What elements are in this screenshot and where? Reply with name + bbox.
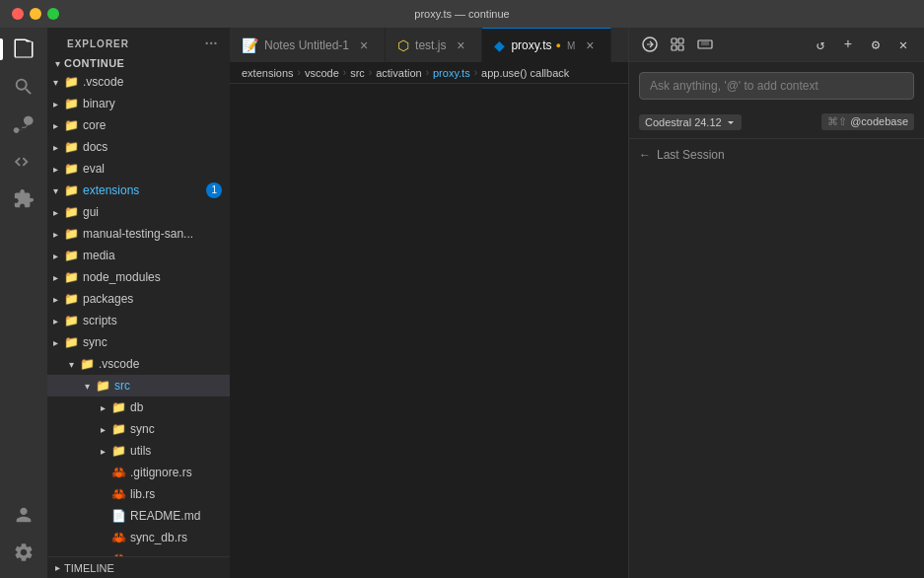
- file-tree: ▾📁.vscode▸📁binary▸📁core▸📁docs▸📁eval▾📁ext…: [47, 71, 230, 556]
- ai-chat-input[interactable]: [639, 72, 914, 100]
- proxyts-tab-modified: M: [567, 40, 575, 51]
- ai-icon-3[interactable]: [694, 34, 716, 55]
- ai-settings-icon[interactable]: ⚙: [865, 34, 887, 55]
- continue-section-header[interactable]: ▾ CONTINUE: [47, 55, 230, 71]
- ai-panel: ↺ + ⚙ ✕ Codestral 24.12 ⌘⇧ @codebase ← L…: [628, 28, 924, 578]
- timeline-label: TIMELINE: [64, 562, 114, 574]
- svg-rect-3: [672, 45, 676, 50]
- tree-item-docs[interactable]: ▸📁docs: [47, 136, 230, 158]
- tree-item-packages[interactable]: ▸📁packages: [47, 288, 230, 310]
- proxyts-tab-close[interactable]: ×: [581, 36, 599, 54]
- minimize-button[interactable]: [30, 8, 41, 20]
- extensions-activity-icon[interactable]: [6, 181, 41, 217]
- tree-item-sync[interactable]: ▸📁sync: [47, 418, 230, 440]
- bc-callback[interactable]: app.use() callback: [481, 67, 569, 79]
- ai-model-bar: Codestral 24.12 ⌘⇧ @codebase: [629, 109, 924, 138]
- ai-panel-header: ↺ + ⚙ ✕: [629, 28, 924, 62]
- sidebar-menu-icon[interactable]: ···: [205, 36, 218, 51]
- tree-item-src[interactable]: ▾📁src: [47, 375, 230, 397]
- ai-icon-2[interactable]: [667, 34, 688, 55]
- tree-item-sync[interactable]: ▸📁sync: [47, 331, 230, 353]
- tree-item-db[interactable]: ▸📁db: [47, 397, 230, 418]
- ai-header-left-icons: [639, 34, 716, 55]
- timeline-section[interactable]: ▸ TIMELINE: [47, 556, 230, 578]
- close-button[interactable]: [12, 8, 24, 20]
- bc-extensions[interactable]: extensions: [242, 67, 294, 79]
- tree-item--vscode[interactable]: ▾📁.vscode: [47, 71, 230, 93]
- last-session-label: Last Session: [657, 148, 725, 162]
- last-session-item[interactable]: ← Last Session: [639, 145, 914, 165]
- search-activity-icon[interactable]: [6, 69, 41, 105]
- ai-input-area: [629, 62, 924, 109]
- bc-activation[interactable]: activation: [376, 67, 421, 79]
- tree-item-eval[interactable]: ▸📁eval: [47, 158, 230, 180]
- ai-session-section: ← Last Session: [629, 138, 924, 171]
- sidebar-header: EXPLORER ···: [47, 28, 230, 55]
- tree-item-core[interactable]: ▸📁core: [47, 114, 230, 136]
- tab-proxyts[interactable]: ◆ proxy.ts ● M ×: [482, 28, 611, 62]
- bc-src[interactable]: src: [350, 67, 365, 79]
- traffic-lights: [12, 8, 59, 20]
- testjs-tab-icon: ⬡: [397, 37, 409, 53]
- ai-icon-1[interactable]: [639, 34, 661, 55]
- bc-vscode[interactable]: vscode: [305, 67, 339, 79]
- notes-tab-close[interactable]: ×: [355, 36, 373, 54]
- model-selector[interactable]: Codestral 24.12: [639, 114, 742, 130]
- bc-proxyts[interactable]: proxy.ts: [433, 67, 470, 79]
- code-content[interactable]: [271, 84, 628, 578]
- tree-item-manual-testing-san---[interactable]: ▸📁manual-testing-san...: [47, 223, 230, 245]
- explorer-activity-icon[interactable]: [6, 32, 41, 67]
- ai-close-icon[interactable]: ✕: [892, 34, 914, 55]
- testjs-tab-label: test.js: [415, 38, 446, 52]
- window-title: proxy.ts — continue: [414, 8, 509, 20]
- proxyts-tab-label: proxy.ts: [511, 38, 551, 52]
- settings-activity-icon[interactable]: [6, 535, 41, 570]
- svg-rect-4: [678, 45, 683, 50]
- accounts-activity-icon[interactable]: [6, 497, 41, 533]
- editor-area: 📝 Notes Untitled-1 × ⬡ test.js × ◆ proxy…: [230, 28, 628, 578]
- activity-bar: [0, 28, 47, 578]
- notes-tab-icon: 📝: [242, 37, 258, 53]
- tree-item-media[interactable]: ▸📁media: [47, 245, 230, 266]
- line-numbers: [230, 84, 271, 578]
- ai-header-right-icons: ↺ + ⚙ ✕: [810, 34, 914, 55]
- tab-modified-dot: ●: [556, 40, 561, 50]
- tree-item-sync-rs[interactable]: 🦀sync.rs: [47, 548, 230, 556]
- breadcrumb: extensions › vscode › src › activation ›…: [230, 62, 628, 84]
- tree-item-utils[interactable]: ▸📁utils: [47, 440, 230, 462]
- tree-item--gitignore-rs[interactable]: 🦀.gitignore.rs: [47, 462, 230, 483]
- run-activity-icon[interactable]: [6, 144, 41, 180]
- sidebar-title: EXPLORER: [67, 38, 129, 49]
- tree-item-binary[interactable]: ▸📁binary: [47, 93, 230, 114]
- testjs-tab-close[interactable]: ×: [452, 36, 469, 54]
- ai-history-icon[interactable]: ↺: [810, 34, 831, 55]
- ai-new-icon[interactable]: +: [837, 34, 859, 55]
- proxyts-tab-icon: ◆: [494, 37, 505, 53]
- editor-tabs: 📝 Notes Untitled-1 × ⬡ test.js × ◆ proxy…: [230, 28, 628, 62]
- notes-tab-label: Notes Untitled-1: [264, 38, 349, 52]
- continue-label: CONTINUE: [64, 57, 124, 69]
- tree-item-scripts[interactable]: ▸📁scripts: [47, 310, 230, 331]
- titlebar: proxy.ts — continue: [0, 0, 924, 28]
- tree-item-README-md[interactable]: 📄README.md: [47, 505, 230, 527]
- tree-item-lib-rs[interactable]: 🦀lib.rs: [47, 483, 230, 505]
- tab-notes[interactable]: 📝 Notes Untitled-1 ×: [230, 28, 386, 62]
- back-arrow-icon: ←: [639, 148, 651, 162]
- sidebar: EXPLORER ··· ▾ CONTINUE ▾📁.vscode▸📁binar…: [47, 28, 230, 578]
- tree-item-sync-db-rs[interactable]: 🦀sync_db.rs: [47, 527, 230, 548]
- tree-item-node-modules[interactable]: ▸📁node_modules: [47, 266, 230, 288]
- svg-rect-1: [672, 38, 676, 43]
- maximize-button[interactable]: [47, 8, 59, 20]
- source-control-activity-icon[interactable]: [6, 107, 41, 142]
- tree-item--vscode[interactable]: ▾📁.vscode: [47, 353, 230, 375]
- model-name: Codestral 24.12: [645, 116, 722, 128]
- tree-item-extensions[interactable]: ▾📁extensions1: [47, 180, 230, 201]
- at-label: @codebase: [850, 115, 908, 127]
- code-editor[interactable]: [230, 84, 628, 578]
- svg-rect-2: [678, 38, 683, 43]
- main-layout: EXPLORER ··· ▾ CONTINUE ▾📁.vscode▸📁binar…: [0, 28, 924, 578]
- tab-testjs[interactable]: ⬡ test.js ×: [386, 28, 482, 62]
- tree-item-gui[interactable]: ▸📁gui: [47, 201, 230, 223]
- at-codebase-btn[interactable]: ⌘⇧ @codebase: [821, 113, 914, 130]
- shortcut-hint: ⌘⇧: [827, 115, 850, 127]
